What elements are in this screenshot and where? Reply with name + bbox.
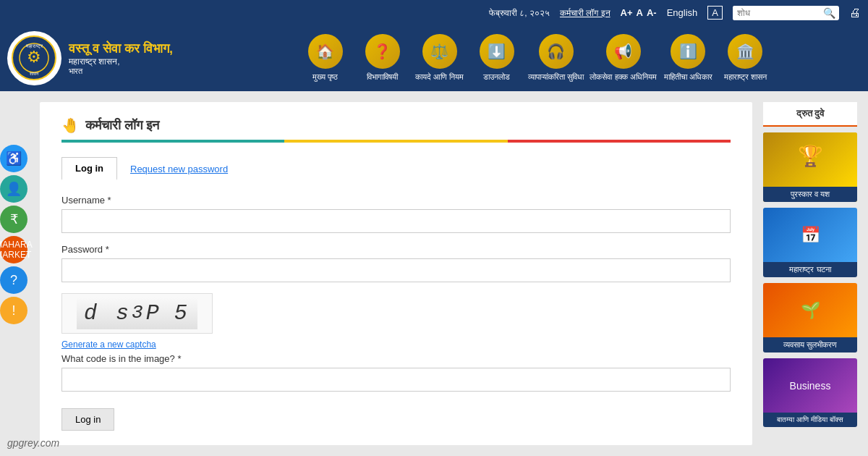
nav-download[interactable]: डाउनलोड	[469, 33, 524, 83]
tab-login[interactable]: Log in	[61, 157, 117, 180]
market-btn[interactable]: MAHARAMARKET	[0, 236, 27, 263]
password-input[interactable]	[61, 258, 731, 282]
color-bar-red	[508, 140, 731, 143]
login-tabs: Log in Request new password	[61, 157, 731, 180]
nav-home-icon	[308, 34, 343, 69]
password-group: Password *	[61, 244, 731, 282]
nav-about[interactable]: विभागाविषयी	[355, 33, 409, 83]
tab-request-password[interactable]: Request new password	[117, 157, 241, 180]
rti-icon	[679, 43, 697, 60]
password-label: Password *	[61, 244, 731, 255]
font-large-btn[interactable]: A+	[621, 7, 633, 18]
font-controls: A+ A A-	[621, 7, 657, 18]
award-card-label: पुरस्कार व यश	[763, 187, 857, 202]
nav-biz-label: व्यापाऱ्यांकरिता सुविधा	[528, 72, 584, 82]
search-input[interactable]	[733, 6, 820, 20]
username-label: Username *	[61, 195, 731, 206]
nav-rti-label: माहितीचा अधिकार	[664, 72, 712, 82]
help-btn[interactable]: ?	[0, 266, 27, 294]
color-bar-yellow	[284, 140, 507, 143]
download-icon	[488, 43, 506, 60]
biz-icon	[547, 43, 565, 60]
top-bar-date: फेब्रुवारी ८, २०२५	[489, 8, 550, 18]
nav-home-label: मुख्य पृष्ठ	[312, 72, 338, 82]
captcha-group: d s3P 5 Generate a new captcha What code…	[61, 293, 731, 392]
sidebar-card-business[interactable]: 🌱 व्यवसाय सुलभीकरण	[763, 283, 857, 352]
login-section: 🤚 कर्मचारी लॉग इन Log in Request new pas…	[40, 102, 752, 445]
events-card-img: 📅	[763, 208, 857, 262]
sidebar-card-award[interactable]: 🏆 पुरस्कार व यश	[763, 132, 857, 202]
language-a-btn[interactable]: A	[707, 6, 723, 20]
header: ⚙ महाराष्ट्र शासन वस्तू व सेवा कर विभाग,…	[0, 25, 868, 91]
page-title: कर्मचारी लॉग इन	[85, 118, 159, 133]
nav-govt[interactable]: महाराष्ट्र शासन	[718, 33, 773, 83]
law-icon	[430, 43, 448, 60]
nav-law-label: कायदे आणि नियम	[415, 72, 464, 82]
nav-about-icon	[365, 34, 400, 69]
employee-login-link[interactable]: कर्मचारी लॉग इन	[560, 8, 610, 18]
logo-main-title: वस्तू व सेवा कर विभाग,	[69, 41, 173, 56]
nav-law-icon	[422, 34, 457, 69]
search-btn[interactable]: 🔍	[820, 6, 839, 20]
nav-lokaseva-label: लोकसेवा हक्क अधिनियम	[590, 72, 656, 82]
left-sidebar: ♿ 👤 ₹ MAHARAMARKET ? !	[0, 145, 27, 324]
svg-text:महाराष्ट्र: महाराष्ट्र	[25, 43, 43, 49]
language-english-btn[interactable]: English	[667, 7, 698, 18]
info-icon	[373, 43, 391, 60]
sidebar-card-media[interactable]: Business बातम्या आणि मीडिया बॉक्स	[763, 358, 857, 427]
captcha-question-label: What code is in the image? *	[61, 353, 731, 364]
nav-lokaseva-icon	[606, 34, 641, 69]
page-title-icon: 🤚	[61, 117, 80, 134]
svg-text:शासन: शासन	[29, 72, 39, 76]
media-card-label: बातम्या आणि मीडिया बॉक्स	[763, 413, 857, 427]
username-group: Username *	[61, 195, 731, 233]
nav-biz[interactable]: व्यापाऱ्यांकरिता सुविधा	[527, 33, 585, 83]
media-card-img: Business	[763, 358, 857, 413]
page-title-row: 🤚 कर्मचारी लॉग इन	[61, 117, 731, 134]
business-card-img: 🌱	[763, 283, 857, 337]
search-box: 🔍	[733, 6, 839, 20]
rupee-btn[interactable]: ₹	[0, 206, 27, 233]
award-card-img: 🏆	[763, 132, 857, 187]
print-btn[interactable]: 🖨	[849, 7, 861, 20]
captcha-refresh-link[interactable]: Generate a new captcha	[61, 339, 731, 350]
nav-govt-icon	[728, 34, 762, 69]
captcha-image: d s3P 5	[61, 293, 213, 334]
govt-icon	[736, 43, 754, 60]
color-bar-teal	[61, 140, 284, 143]
top-bar: फेब्रुवारी ८, २०२५ कर्मचारी लॉग इन A+ A …	[0, 0, 868, 25]
nav-download-label: डाउनलोड	[483, 72, 510, 82]
logo-circle: ⚙ महाराष्ट्र शासन	[7, 31, 61, 85]
color-bar	[61, 140, 731, 143]
nav-biz-icon	[539, 34, 574, 69]
svg-text:⚙: ⚙	[27, 48, 41, 66]
nav-rti[interactable]: माहितीचा अधिकार	[661, 33, 715, 83]
captcha-input[interactable]	[61, 368, 731, 392]
events-card-label: महाराष्ट्र घटना	[763, 262, 857, 277]
nav-items: मुख्य पृष्ठ विभागाविषयी कायदे आणि नियम ड…	[210, 33, 861, 83]
right-sidebar-title: द्रुत दुवे	[763, 102, 857, 127]
username-input[interactable]	[61, 209, 731, 233]
nav-download-icon	[480, 34, 514, 69]
font-small-btn[interactable]: A-	[647, 7, 657, 18]
login-submit-btn[interactable]: Log in	[61, 408, 114, 431]
logo-text: वस्तू व सेवा कर विभाग, महाराष्ट्र शासन, …	[69, 41, 173, 76]
accessibility-btn[interactable]: ♿	[0, 145, 27, 172]
home-icon	[316, 43, 334, 60]
logo-sub-title: महाराष्ट्र शासन,	[69, 56, 173, 67]
user-btn[interactable]: 👤	[0, 175, 27, 203]
lokaseva-icon	[614, 43, 632, 60]
nav-lokaseva[interactable]: लोकसेवा हक्क अधिनियम	[588, 33, 658, 83]
info-btn[interactable]: !	[0, 297, 27, 324]
nav-rti-icon	[671, 34, 705, 69]
sidebar-card-events[interactable]: 📅 महाराष्ट्र घटना	[763, 208, 857, 277]
watermark: gpgrey.com	[7, 437, 59, 449]
nav-law[interactable]: कायदे आणि नियम	[412, 33, 467, 83]
right-sidebar: द्रुत दुवे 🏆 पुरस्कार व यश 📅 महाराष्ट्र …	[763, 102, 857, 445]
nav-about-label: विभागाविषयी	[367, 72, 398, 82]
font-medium-btn[interactable]: A	[637, 7, 643, 18]
nav-home[interactable]: मुख्य पृष्ठ	[298, 33, 352, 83]
logo-area: ⚙ महाराष्ट्र शासन वस्तू व सेवा कर विभाग,…	[7, 31, 210, 85]
logo-country: भारत	[69, 67, 173, 76]
business-card-label: व्यवसाय सुलभीकरण	[763, 337, 857, 352]
